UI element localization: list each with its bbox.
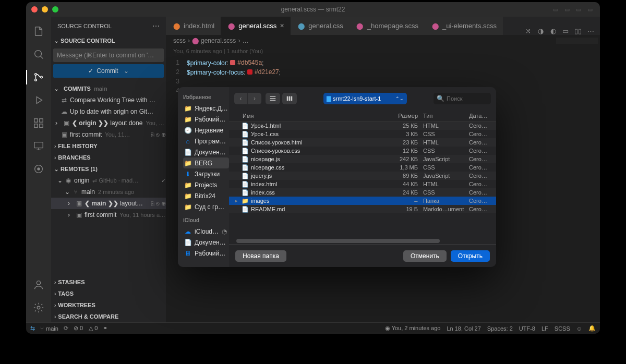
- file-row[interactable]: 📄Урок-1.css3 КБCSSСего…: [229, 130, 496, 138]
- file-row[interactable]: 📄jquery.js89 КБJavaScriptСего…: [229, 172, 496, 180]
- sidebar-item-Суд с гр…[interactable]: 📁Суд с гр…: [183, 201, 229, 212]
- file-row[interactable]: 📄README.md19 БMarkdo…umentСего…: [229, 205, 496, 213]
- section-branches[interactable]: ›BRANCHES: [51, 152, 166, 163]
- new-folder-button[interactable]: Новая папка: [235, 250, 286, 262]
- status-position[interactable]: Ln 18, Col 27: [447, 325, 480, 332]
- file-row[interactable]: 📄Список-уроков.css12 КБCSSСего…: [229, 147, 496, 155]
- file-row[interactable]: 📄Урок-1.html25 КБHTMLСего…: [229, 122, 496, 130]
- sidebar-item-Докумен…[interactable]: 📄Докумен…: [183, 237, 229, 248]
- sidebar-item-Недавние[interactable]: 🕘Недавние: [183, 125, 229, 136]
- minimap[interactable]: [556, 38, 598, 69]
- commit-row-1[interactable]: ▣first commitYou, 11…⎘⎋⊕: [51, 129, 166, 140]
- tab-general.scss[interactable]: ⬤general.scss✕: [221, 17, 291, 35]
- status-blame[interactable]: ◉ You, 2 minutes ago: [385, 325, 441, 332]
- status-encoding[interactable]: UTF-8: [519, 325, 535, 332]
- minimize-window-button[interactable]: [42, 6, 48, 13]
- sidebar-item-Bitrix24[interactable]: 📁Bitrix24: [183, 190, 229, 201]
- status-bell[interactable]: 🔔: [588, 325, 596, 332]
- section-remotes[interactable]: ⌄REMOTES (1): [51, 163, 166, 175]
- search-input[interactable]: [447, 95, 483, 102]
- layout-grid-icon[interactable]: ▭: [585, 6, 595, 13]
- tab-index.html[interactable]: ⬤index.html: [166, 17, 221, 35]
- tab-_homepage.scss[interactable]: ⬤_homepage.scss: [350, 17, 425, 35]
- sidebar-item-Програм…[interactable]: ⌂Програм…: [183, 136, 229, 147]
- path-dropdown[interactable]: ▇ srmt22-lsn9-start-1 ⌃⌄: [323, 93, 407, 104]
- remote-indicator[interactable]: ⇆: [30, 325, 35, 332]
- status-branch[interactable]: ⑂ main: [40, 325, 58, 332]
- status-lang[interactable]: SCSS: [555, 325, 570, 332]
- status-sync[interactable]: ⟳: [64, 325, 68, 332]
- status-eol[interactable]: LF: [541, 325, 548, 332]
- sidebar-item-Projects[interactable]: 📁Projects: [183, 179, 229, 190]
- section-search-compare[interactable]: ›SEARCH & COMPARE: [51, 311, 166, 322]
- graph-icon[interactable]: ◐: [549, 27, 557, 35]
- layout-bottom-icon[interactable]: ▭: [562, 6, 572, 13]
- close-tab-icon[interactable]: ✕: [280, 22, 284, 29]
- up-to-date[interactable]: ☁Up to date with origin on Git…: [51, 106, 166, 117]
- extensions-icon[interactable]: [26, 113, 51, 134]
- breadcrumb[interactable]: scss› ⬤ general.scss›…: [166, 35, 600, 46]
- sidebar-item-BERG[interactable]: 📁BERG: [183, 157, 229, 168]
- remote-commit-0[interactable]: ›▣❮ main ❯❯ layout…⎘⎋⊕: [51, 198, 166, 209]
- status-problems[interactable]: ⊘ 0 △ 0: [74, 325, 98, 332]
- settings-icon[interactable]: [26, 297, 51, 318]
- source-control-icon[interactable]: [26, 67, 51, 88]
- section-file-history[interactable]: ›FILE HISTORY: [51, 140, 166, 152]
- commit-message-input[interactable]: Message (⌘Enter to commit on '…: [53, 48, 164, 62]
- toggle-icon[interactable]: ◑: [536, 27, 545, 35]
- status-port[interactable]: ⚭: [103, 325, 107, 332]
- account-icon[interactable]: [26, 274, 51, 295]
- file-table-header[interactable]: Имя Размер Тип Дата…: [229, 110, 496, 122]
- file-row[interactable]: 📄index.css24 КБCSSСего…: [229, 188, 496, 197]
- file-row[interactable]: 📄Список-уроков.html23 КБHTMLСего…: [229, 138, 496, 147]
- file-row[interactable]: ▸📁images--ПапкаСего…: [229, 197, 496, 205]
- nav-forward-button[interactable]: ›: [248, 93, 261, 104]
- status-feedback[interactable]: ☺: [576, 325, 582, 332]
- list-view-button[interactable]: [266, 93, 280, 104]
- column-view-button[interactable]: [282, 93, 297, 104]
- close-window-button[interactable]: [31, 6, 38, 13]
- maximize-window-button[interactable]: [52, 6, 58, 13]
- debug-icon[interactable]: [26, 90, 51, 111]
- remote-origin[interactable]: ⌄◉origin⇌ GitHub · mad…✓: [51, 175, 166, 186]
- section-stashes[interactable]: ›STASHES: [51, 276, 166, 288]
- nav-back-button[interactable]: ‹: [234, 93, 248, 104]
- open-button[interactable]: Открыть: [451, 250, 490, 262]
- sidebar-item-Докумен…[interactable]: 📄Докумен…: [183, 147, 229, 157]
- section-tags[interactable]: ›TAGS: [51, 288, 166, 299]
- commit-button[interactable]: ✓ Commit: [53, 64, 164, 78]
- sidebar-item-iCloud…[interactable]: ☁iCloud…◔: [183, 226, 229, 237]
- remote-commit-1[interactable]: ›▣first commitYou, 11 hours a…: [51, 209, 166, 221]
- search-field[interactable]: 🔍: [434, 93, 491, 104]
- file-row[interactable]: 📄nicepage.js242 КБJavaScriptСего…: [229, 155, 496, 163]
- sidebar-item-Загрузки[interactable]: ⬇Загрузки: [183, 168, 229, 179]
- sidebar-title: SOURCE CONTROL: [57, 23, 112, 29]
- section-worktrees[interactable]: ›WORKTREES: [51, 299, 166, 311]
- file-row[interactable]: 📄index.html44 КБHTMLСего…: [229, 180, 496, 188]
- commit-row-0[interactable]: ›▣❮ origin ❯❯ layout doneYou, …: [51, 117, 166, 129]
- remote-explorer-icon[interactable]: [26, 136, 51, 156]
- compare-icon[interactable]: ⤭: [524, 27, 532, 35]
- tab-_ui-elements.scss[interactable]: ⬤_ui-elements.scss: [425, 17, 503, 35]
- book-icon[interactable]: ▭: [561, 27, 570, 35]
- search-icon[interactable]: [26, 44, 51, 65]
- layout-left-icon[interactable]: ▭: [551, 6, 560, 13]
- tab-general.css[interactable]: ⬤general.css: [291, 17, 349, 35]
- sidebar-item-Рабочий…[interactable]: 🖥Рабочий…: [183, 248, 229, 259]
- section-commits[interactable]: ⌄COMMITS main: [51, 83, 166, 94]
- sidebar-item-Рабочий…[interactable]: 📁Рабочий…: [183, 114, 229, 125]
- layout-right-icon[interactable]: ▭: [574, 6, 583, 13]
- section-source-control[interactable]: ⌄SOURCE CONTROL: [51, 35, 166, 46]
- sidebar-item-Яндекс.Д…[interactable]: 📁Яндекс.Д…: [183, 103, 229, 114]
- cancel-button[interactable]: Отменить: [403, 250, 447, 262]
- horizontal-scrollbar[interactable]: [236, 239, 440, 243]
- split-icon[interactable]: ▯▯: [574, 27, 582, 35]
- file-row[interactable]: 📄nicepage.css1,3 МБCSSСего…: [229, 163, 496, 172]
- explorer-icon[interactable]: [26, 21, 51, 42]
- gitlens-icon[interactable]: [26, 159, 51, 179]
- status-spaces[interactable]: Spaces: 2: [487, 325, 513, 332]
- more-icon[interactable]: ⋯: [586, 27, 595, 35]
- compare-working-tree[interactable]: ⇄Compare Working Tree with …: [51, 94, 166, 106]
- remote-branch-main[interactable]: ⌄⑂main2 minutes ago: [51, 186, 166, 198]
- sidebar-more-icon[interactable]: ⋯: [152, 22, 160, 30]
